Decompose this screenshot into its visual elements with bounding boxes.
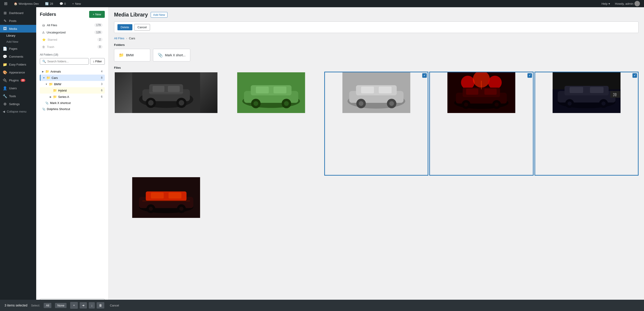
action-bar: Delete Cancel <box>114 21 638 33</box>
svg-rect-43 <box>484 89 497 95</box>
media-grid: ✓ <box>114 72 638 281</box>
sidebar-item-easy-folders[interactable]: 📁 Easy Folders <box>0 60 36 68</box>
search-input-wrapper[interactable]: 🔍 <box>40 58 89 65</box>
folder-card-mark-x[interactable]: 📎 Mark X short... <box>153 49 190 61</box>
download-button[interactable]: ↓ <box>89 302 95 309</box>
tree-item-mark-x[interactable]: 📎 Mark X shortcut <box>40 100 105 106</box>
svg-rect-62 <box>615 95 616 96</box>
add-new-media-button[interactable]: Add New <box>151 12 168 18</box>
sidebar-item-comments[interactable]: 💬 Comments <box>0 53 36 60</box>
add-to-folder-button[interactable]: ＋ <box>70 302 78 309</box>
media-item-2[interactable] <box>219 72 323 176</box>
wp-logo[interactable]: ⊞ <box>3 0 9 7</box>
svg-rect-54 <box>570 87 583 93</box>
svg-rect-60 <box>615 93 616 94</box>
items-selected-label: 3 items selected <box>4 304 28 307</box>
folder-card-bmw[interactable]: 📁 BMW <box>114 49 150 61</box>
tree-item-series-a[interactable]: ▶ 📁 Series A 6 <box>40 94 105 100</box>
trash-item[interactable]: 🗑 Trash 0 <box>40 43 105 50</box>
sidebar-item-dashboard[interactable]: ⊞ Dashboard <box>0 9 36 17</box>
sidebar-item-users[interactable]: 👤 Users <box>0 84 36 92</box>
collapse-menu-button[interactable]: ◀ Collapse menu <box>0 108 36 115</box>
media-library-title: Media Library <box>114 12 148 18</box>
media-item-1[interactable] <box>114 72 218 176</box>
uncategorized-icon: ⚠ <box>42 31 45 34</box>
folders-section-label: Folders <box>114 43 638 46</box>
media-icon: 🖼 <box>3 27 7 31</box>
uncategorized-item[interactable]: ⚠ Uncategorized 126 <box>40 29 105 36</box>
media-item-3[interactable]: ✓ <box>324 72 428 176</box>
all-files-item[interactable]: 🗂 All Files 179 <box>40 21 105 29</box>
breadcrumb-separator: › <box>126 37 127 40</box>
tree-item-cars[interactable]: ▼ 📁 Cars 8 <box>40 75 105 81</box>
sidebar-sub-add-new[interactable]: Add New <box>0 39 36 45</box>
svg-point-18 <box>284 101 289 106</box>
media-check-4: ✓ <box>528 73 532 78</box>
select-none-button[interactable]: None <box>55 303 66 308</box>
cancel-button[interactable]: Cancel <box>134 24 150 30</box>
svg-point-26 <box>359 101 364 106</box>
shortcut-icon-dolphins: 📎 <box>42 108 46 111</box>
svg-point-16 <box>254 101 258 106</box>
select-all-button[interactable]: All <box>44 303 51 308</box>
shortcut-icon-mark-x: 📎 <box>45 101 49 105</box>
help-button[interactable]: Help ▾ <box>600 0 611 7</box>
svg-point-68 <box>149 207 153 211</box>
posts-icon: ✎ <box>3 19 7 23</box>
sidebar-item-media[interactable]: 🖼 Media <box>0 25 36 32</box>
delete-icon: 🗑 <box>99 304 102 307</box>
media-item-4[interactable]: ✓ <box>429 72 533 176</box>
breadcrumb-all-files[interactable]: All Files <box>114 37 124 40</box>
cancel-bottom-button[interactable]: Cancel <box>110 304 119 307</box>
delete-button[interactable]: Delete <box>118 24 132 30</box>
folder-card-icon-mark-x: 📎 <box>158 53 163 58</box>
pages-icon: 📄 <box>3 46 7 51</box>
updates-link[interactable]: 🔄 28 <box>44 0 54 7</box>
new-content-link[interactable]: + New <box>71 0 82 7</box>
svg-point-41 <box>495 103 499 107</box>
sidebar: ⊞ Dashboard ✎ Posts 🖼 Media Library Add … <box>0 7 36 311</box>
tree-item-hybrid[interactable]: ▶ 📁 Hybrid 6 <box>40 87 105 94</box>
sidebar-item-pages[interactable]: 📄 Pages <box>0 45 36 53</box>
delete-selected-button[interactable]: 🗑 <box>96 302 104 309</box>
sidebar-item-appearance[interactable]: 🎨 Appearance <box>0 68 36 76</box>
bottom-action-buttons: ＋ ➜ ↓ 🗑 <box>70 302 104 309</box>
media-item-6[interactable] <box>114 177 218 281</box>
comments-icon: 💬 <box>3 54 7 59</box>
new-folder-button[interactable]: + New <box>89 11 105 18</box>
tree-item-bmw[interactable]: ▼ 📁 BMW 3 <box>40 81 105 87</box>
collapse-icon: ◀ <box>3 110 5 113</box>
sidebar-item-plugins[interactable]: 🔌 Plugins 23 <box>0 76 36 84</box>
svg-rect-19 <box>256 87 269 93</box>
admin-bar: ⊞ 🏠 Wordpress Dev 🔄 28 💬 0 + New Help ▾ … <box>0 0 644 7</box>
svg-point-51 <box>568 101 572 106</box>
avatar <box>634 1 640 6</box>
move-button[interactable]: ➜ <box>80 302 87 309</box>
search-folders-input[interactable] <box>47 60 86 63</box>
tree-item-dolphins[interactable]: 📎 Dolphins Shortcut <box>40 106 105 112</box>
folder-icon-hybrid: 📁 <box>53 89 57 92</box>
media-check-3: ✓ <box>422 73 427 78</box>
folder-icon-series-a: 📁 <box>53 95 57 98</box>
sidebar-item-posts[interactable]: ✎ Posts <box>0 17 36 25</box>
tree-item-animals[interactable]: ▶ 📁 Animals 4 <box>40 68 105 75</box>
svg-point-39 <box>464 103 468 107</box>
comments-link[interactable]: 💬 0 <box>58 0 67 7</box>
svg-rect-55 <box>590 87 604 93</box>
breadcrumb-cars: Cars <box>129 37 135 40</box>
svg-rect-8 <box>152 86 164 92</box>
site-name-link[interactable]: 🏠 Wordpress Dev <box>12 0 40 7</box>
filter-button[interactable]: ↕ Filter <box>90 58 105 65</box>
search-icon: 🔍 <box>42 60 46 63</box>
updates-icon: 🔄 <box>45 2 49 5</box>
expand-icon-bmw: ▼ <box>45 83 48 85</box>
sidebar-item-tools[interactable]: 🔧 Tools <box>0 92 36 100</box>
sidebar-item-settings[interactable]: ⚙ Settings <box>0 100 36 108</box>
starred-item[interactable]: ⭐ Starred 2 <box>40 36 105 43</box>
user-info[interactable]: Howdy, admin <box>614 0 641 7</box>
media-item-5[interactable]: ✓ <box>534 72 638 176</box>
folder-tree: ▶ 📁 Animals 4 ▼ 📁 Cars 8 <box>40 68 105 112</box>
sidebar-sub-library[interactable]: Library <box>0 32 36 39</box>
plugins-badge: 23 <box>20 79 25 82</box>
svg-rect-29 <box>361 87 374 93</box>
